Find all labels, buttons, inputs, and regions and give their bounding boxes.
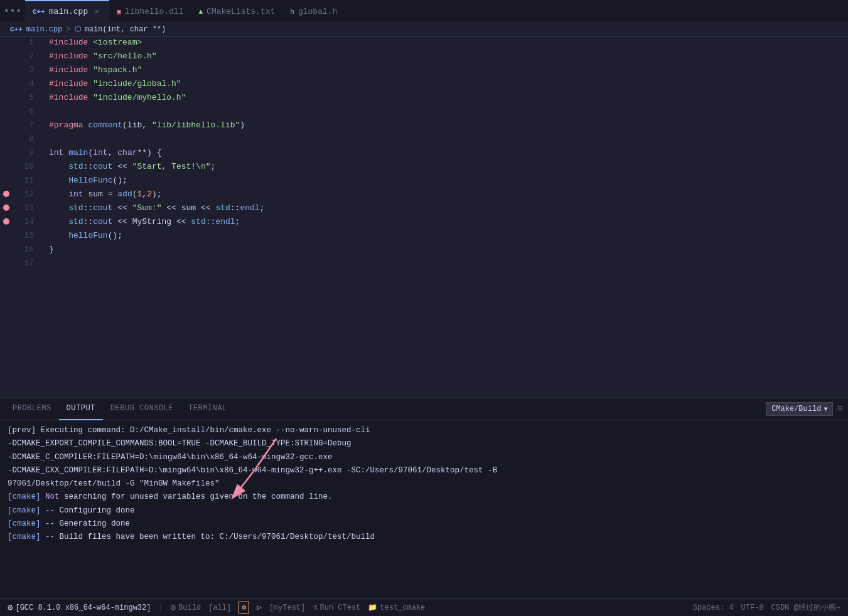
settings-small-icon: ⚙ — [8, 602, 13, 613]
tab-cmakelists[interactable]: ▲ CMakeLists.txt — [191, 0, 282, 22]
run-play-icon[interactable]: ▷ — [257, 603, 261, 612]
code-line-4: 4 #include "include/global.h" — [0, 78, 848, 92]
breakpoint-4 — [0, 78, 13, 92]
bottom-panel: PROBLEMS OUTPUT DEBUG CONSOLE TERMINAL C… — [0, 398, 848, 598]
status-compiler[interactable]: ⚙ [GCC 8.1.0 x86_64-w64-mingw32] — [8, 602, 151, 613]
status-build-button[interactable]: ⚙ Build — [171, 602, 201, 613]
output-line-8: [cmake] -- Build files have been written… — [8, 531, 840, 544]
status-mytest[interactable]: [myTest] — [269, 603, 306, 612]
breakpoint-1 — [0, 37, 13, 51]
chevron-down-icon: ▼ — [824, 406, 827, 413]
breadcrumb-cpp-icon: C++ — [10, 26, 23, 33]
breakpoint-14[interactable] — [0, 216, 13, 230]
output-line-3: -DCMAKE_CXX_COMPILER:FILEPATH=D:\mingw64… — [8, 464, 840, 477]
status-spaces[interactable]: Spaces: 4 — [693, 603, 734, 612]
code-line-13: 13 std::cout << "Sum:" << sum << std::en… — [0, 203, 848, 216]
code-line-12: 12 int sum = add(1,2); — [0, 189, 848, 203]
cpp-icon: C++ — [33, 8, 45, 16]
breadcrumb: C++ main.cpp > ⬡ main(int, char **) — [0, 22, 848, 37]
editor: 1 #include <iostream> 2 #include "src/he… — [0, 37, 848, 398]
code-area[interactable]: 1 #include <iostream> 2 #include "src/he… — [0, 37, 848, 398]
status-run-button[interactable]: ▷ — [257, 603, 261, 612]
code-line-7: 7 #pragma comment(lib, "lib/libhello.lib… — [0, 120, 848, 134]
tab-label-libhello-dll: libhello.dll — [125, 7, 184, 16]
main-area: 1 #include <iostream> 2 #include "src/he… — [0, 37, 848, 616]
panel-tabs: PROBLEMS OUTPUT DEBUG CONSOLE TERMINAL C… — [0, 398, 848, 420]
breadcrumb-file[interactable]: main.cpp — [26, 25, 63, 34]
status-build-all[interactable]: [all] — [208, 603, 231, 612]
code-line-6: 6 — [0, 106, 848, 120]
breadcrumb-sep: > — [66, 25, 70, 34]
code-line-5: 5 #include "include/myhello.h" — [0, 92, 848, 106]
status-encoding[interactable]: UTF-8 — [741, 603, 764, 612]
dll-icon: ▣ — [117, 8, 121, 16]
breakpoint-5 — [0, 92, 13, 106]
output-line-0: [prev] Executing command: D:/CMake_insta… — [8, 424, 840, 437]
breakpoint-13[interactable] — [0, 203, 13, 216]
tab-close-main-cpp[interactable]: ✕ — [92, 7, 102, 17]
tab-main-cpp[interactable]: C++ main.cpp ✕ — [25, 0, 109, 22]
output-line-4: 97061/Desktop/test/build -G "MinGW Makef… — [8, 477, 840, 491]
cmake-icon: ▲ — [198, 8, 203, 16]
code-line-1: 1 #include <iostream> — [0, 37, 848, 51]
output-line-5: [cmake] Not searching for unused variabl… — [8, 491, 840, 504]
tab-libhello-dll[interactable]: ▣ libhello.dll — [109, 0, 191, 22]
status-gear-highlighted[interactable]: ⚙ — [239, 602, 249, 613]
status-run-ctest[interactable]: ⚗ Run CTest — [313, 603, 360, 612]
panel-tab-terminal[interactable]: TERMINAL — [181, 398, 235, 420]
code-line-16: 16 } — [0, 244, 848, 258]
panel-tab-debug[interactable]: DEBUG CONSOLE — [103, 398, 181, 420]
tab-global-h[interactable]: h global.h — [282, 0, 345, 22]
panel-tab-problems[interactable]: PROBLEMS — [5, 398, 59, 420]
tab-label-global-h: global.h — [298, 7, 337, 16]
status-test-cmake[interactable]: 📁 test_cmake — [368, 603, 425, 612]
code-line-2: 2 #include "src/hello.h" — [0, 51, 848, 65]
h-icon: h — [290, 8, 294, 16]
breakpoint-2 — [0, 51, 13, 65]
output-line-2: -DCMAKE_C_COMPILER:FILEPATH=D:\mingw64\b… — [8, 451, 840, 464]
output-line-6: [cmake] -- Configuring done — [8, 504, 840, 518]
code-line-9: 9 int main(int, char**) { — [0, 147, 848, 161]
breakpoint-3 — [0, 65, 13, 78]
panel-menu-icon[interactable]: ≡ — [837, 403, 843, 415]
folder-icon: 📁 — [368, 603, 377, 612]
code-line-17: 17 — [0, 258, 848, 272]
panel-right-controls: CMake/Build ▼ ≡ — [766, 402, 843, 416]
code-line-11: 11 HelloFunc(); — [0, 175, 848, 189]
gear-highlighted-icon[interactable]: ⚙ — [239, 602, 249, 613]
more-tabs-button[interactable]: ••• — [0, 6, 25, 17]
code-line-10: 10 std::cout << "Start, Test!\n"; — [0, 161, 848, 175]
breadcrumb-scope-icon: ⬡ — [75, 24, 81, 34]
code-line-8: 8 — [0, 134, 848, 147]
flask-icon: ⚗ — [313, 603, 317, 612]
output-line-1: -DCMAKE_EXPORT_COMPILE_COMMANDS:BOOL=TRU… — [8, 437, 840, 450]
output-line-7: [cmake] -- Generating done — [8, 518, 840, 531]
panel-content[interactable]: [prev] Executing command: D:/CMake_insta… — [0, 420, 848, 598]
status-watermark: CSDN @经过的小熊→ — [771, 602, 840, 613]
tab-bar: ••• C++ main.cpp ✕ ▣ libhello.dll ▲ CMak… — [0, 0, 848, 22]
code-line-14: 14 std::cout << MyString << std::endl; — [0, 216, 848, 230]
breakpoint-12[interactable] — [0, 189, 13, 203]
breadcrumb-scope[interactable]: main(int, char **) — [85, 25, 166, 34]
tab-label-main-cpp: main.cpp — [49, 7, 88, 16]
panel-tab-output[interactable]: OUTPUT — [59, 398, 103, 420]
status-bar: ⚙ [GCC 8.1.0 x86_64-w64-mingw32] | ⚙ Bui… — [0, 598, 848, 616]
build-icon: ⚙ — [171, 602, 176, 613]
code-line-15: 15 helloFun(); — [0, 230, 848, 244]
code-line-3: 3 #include "hspack.h" — [0, 65, 848, 78]
tab-label-cmakelists: CMakeLists.txt — [207, 7, 275, 16]
cmake-build-dropdown[interactable]: CMake/Build ▼ — [766, 402, 833, 416]
code-table: 1 #include <iostream> 2 #include "src/he… — [0, 37, 848, 272]
